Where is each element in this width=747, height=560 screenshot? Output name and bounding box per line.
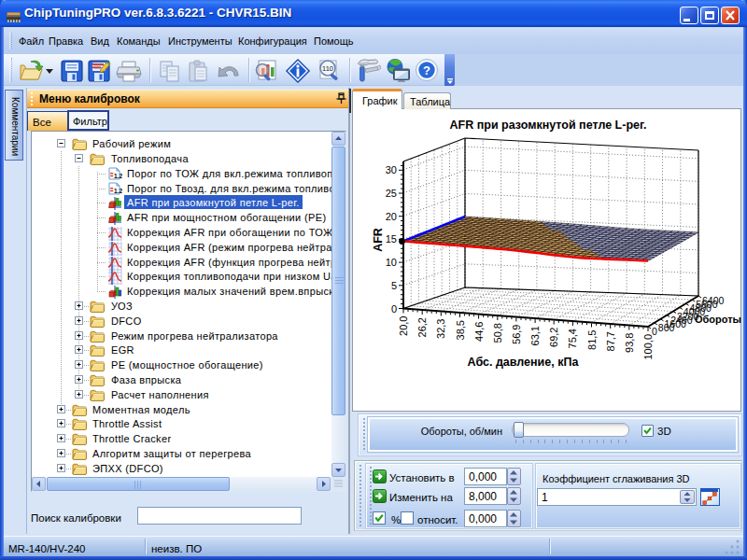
svg-text:110: 110 xyxy=(322,64,333,73)
svg-text:20: 20 xyxy=(386,211,397,222)
svg-text:6400: 6400 xyxy=(702,295,725,306)
svg-text:1.2: 1.2 xyxy=(114,188,122,194)
svg-text:0: 0 xyxy=(652,326,657,337)
svg-text:20,0: 20,0 xyxy=(398,316,409,336)
svg-text:50,8: 50,8 xyxy=(492,323,503,343)
svg-text:81,5: 81,5 xyxy=(586,330,598,350)
svg-text:38,5: 38,5 xyxy=(455,320,466,340)
svg-text:AFR: AFR xyxy=(372,228,385,252)
svg-text:Обороты: Обороты xyxy=(695,314,741,325)
svg-text:87,7: 87,7 xyxy=(605,331,616,351)
svg-text:56,9: 56,9 xyxy=(511,325,522,344)
svg-text:32,3: 32,3 xyxy=(435,319,446,339)
svg-text:15: 15 xyxy=(386,233,397,245)
svg-text:44,6: 44,6 xyxy=(473,322,485,342)
svg-text:0: 0 xyxy=(391,303,397,315)
svg-text:AFR при разомкнутой петле L-ре: AFR при разомкнутой петле L-рег. xyxy=(450,119,647,132)
svg-text:100,0: 100,0 xyxy=(642,334,654,360)
svg-text:Абс. давление, кПа: Абс. давление, кПа xyxy=(468,356,580,369)
svg-text:10: 10 xyxy=(386,257,397,268)
svg-text:63,1: 63,1 xyxy=(529,326,541,345)
svg-text:26,2: 26,2 xyxy=(416,317,428,337)
svg-text:75,4: 75,4 xyxy=(567,329,578,348)
svg-text:93,8: 93,8 xyxy=(624,333,635,353)
svg-text:1.2: 1.2 xyxy=(114,173,122,179)
svg-text:30: 30 xyxy=(386,164,397,175)
svg-text:?: ? xyxy=(423,63,430,77)
svg-text:69,2: 69,2 xyxy=(548,328,559,347)
svg-text:25: 25 xyxy=(386,188,397,199)
svg-text:5: 5 xyxy=(391,280,397,291)
